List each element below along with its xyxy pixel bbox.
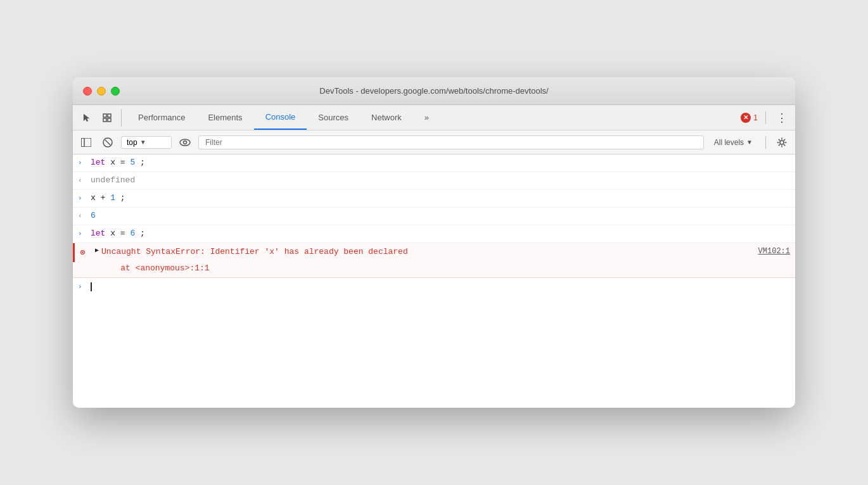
tab-bar: Performance Elements Console Sources Net… <box>127 105 741 130</box>
clear-console-icon[interactable] <box>99 134 116 151</box>
console-output-2: ‹ 6 <box>73 208 795 225</box>
input-arrow-2: › <box>78 192 86 205</box>
more-options-button[interactable]: ⋮ <box>774 111 790 125</box>
window-title: DevTools - developers.google.com/web/too… <box>319 86 548 96</box>
output-arrow-1: ‹ <box>78 174 86 187</box>
error-block: ⊗ ▶ Uncaught SyntaxError: Identifier 'x'… <box>73 243 795 278</box>
prompt-arrow: › <box>78 280 86 293</box>
svg-point-9 <box>184 141 187 144</box>
more-tabs-button[interactable]: » <box>413 105 440 130</box>
svg-rect-5 <box>81 138 91 147</box>
console-input-2: › x + 1 ; <box>73 190 795 208</box>
svg-rect-3 <box>108 118 111 122</box>
output-arrow-2: ‹ <box>78 210 86 222</box>
error-line-main[interactable]: ⊗ ▶ Uncaught SyntaxError: Identifier 'x'… <box>73 243 795 262</box>
console-output: › let x = 5 ; ‹ undefined › x + 1 ; <box>73 154 795 408</box>
input-arrow-1: › <box>78 156 86 169</box>
traffic-lights <box>83 87 120 96</box>
tab-elements[interactable]: Elements <box>196 105 253 130</box>
svg-rect-0 <box>103 114 106 117</box>
error-count-icon: ✕ <box>741 113 751 123</box>
error-message: Uncaught SyntaxError: Identifier 'x' has… <box>101 246 758 259</box>
minimize-button[interactable] <box>97 87 106 96</box>
main-toolbar: Performance Elements Console Sources Net… <box>73 105 795 130</box>
cursor <box>91 282 92 291</box>
console-input-1: › let x = 5 ; <box>73 154 795 172</box>
divider <box>765 111 766 124</box>
tab-sources[interactable]: Sources <box>307 105 360 130</box>
eye-icon[interactable] <box>177 134 193 151</box>
context-selector[interactable]: top ▼ <box>121 136 172 149</box>
svg-line-7 <box>105 140 110 145</box>
sidebar-toggle-icon[interactable] <box>78 134 94 151</box>
tab-performance[interactable]: Performance <box>127 105 196 130</box>
console-input-3: › let x = 6 ; <box>73 225 795 243</box>
console-input-active[interactable]: › <box>73 278 795 296</box>
error-expand-icon[interactable]: ▶ <box>95 246 99 256</box>
log-levels-selector[interactable]: All levels ▼ <box>709 137 758 148</box>
error-badge[interactable]: ✕ 1 <box>741 113 758 123</box>
console-output-1: ‹ undefined <box>73 172 795 190</box>
error-count: 1 <box>753 113 758 122</box>
error-stack-trace: at <anonymous>:1:1 <box>73 262 795 277</box>
svg-rect-1 <box>108 114 111 117</box>
cursor-icon[interactable] <box>78 109 96 127</box>
tab-console[interactable]: Console <box>254 105 307 130</box>
console-toolbar: top ▼ All levels ▼ <box>73 130 795 154</box>
error-source-link[interactable]: VM102:1 <box>758 246 790 258</box>
toolbar-icons <box>78 109 122 127</box>
close-button[interactable] <box>83 87 92 96</box>
toolbar-right: ✕ 1 ⋮ <box>741 111 790 125</box>
titlebar: DevTools - developers.google.com/web/too… <box>73 77 795 105</box>
inspect-icon[interactable] <box>98 109 116 127</box>
tab-network[interactable]: Network <box>360 105 413 130</box>
error-x-icon: ⊗ <box>80 246 90 260</box>
input-arrow-3: › <box>78 227 86 240</box>
maximize-button[interactable] <box>111 87 120 96</box>
svg-rect-2 <box>103 118 106 122</box>
devtools-window: DevTools - developers.google.com/web/too… <box>73 77 795 408</box>
svg-point-8 <box>180 139 190 146</box>
settings-icon[interactable] <box>774 134 790 151</box>
svg-point-10 <box>780 141 784 144</box>
filter-input[interactable] <box>198 135 704 149</box>
divider-2 <box>765 136 766 149</box>
